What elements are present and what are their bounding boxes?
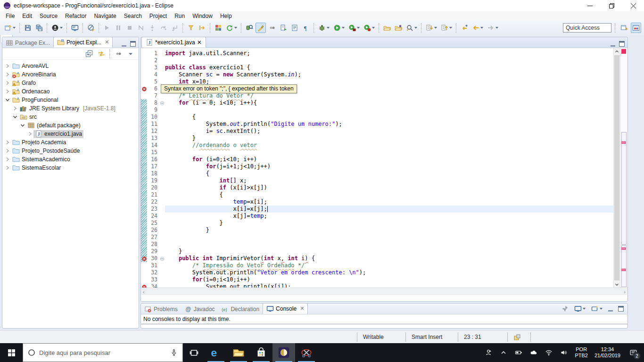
expander-icon[interactable] (19, 123, 26, 128)
save-all-button[interactable] (34, 23, 44, 33)
console-tab-javadoc[interactable]: @Javadoc (181, 304, 218, 314)
line-number[interactable]: 11 (147, 121, 159, 128)
forward-button[interactable] (486, 23, 500, 33)
code-text[interactable]: System.out.println(x[i]); (165, 283, 613, 288)
skip-all-breakpoints-button[interactable] (86, 23, 96, 33)
code-text[interactable]: /* Leitura do Vetor */ (165, 92, 613, 99)
minimize-view-icon[interactable] (120, 40, 128, 48)
error-marker[interactable] (621, 247, 626, 250)
coverage-button[interactable] (347, 23, 361, 33)
tree-item-ordenacao[interactable]: JOrdenacao (2, 87, 139, 96)
code-text[interactable]: x[i]=x[j]; (165, 206, 613, 213)
close-console-icon[interactable]: ✕ (300, 305, 304, 312)
scrollbar-thumb[interactable] (614, 55, 619, 280)
line-number[interactable]: 17 (147, 163, 159, 170)
dropdown-arrow-icon[interactable] (234, 27, 237, 29)
dropdown-arrow-icon[interactable] (60, 27, 63, 29)
tree-item-grafo[interactable]: JGrafo (2, 79, 139, 87)
code-text[interactable]: } (165, 248, 613, 255)
tree-item-src[interactable]: src (2, 113, 139, 121)
link-with-editor-button[interactable] (96, 49, 107, 59)
run-to-line-button[interactable] (197, 23, 207, 33)
code-line-2[interactable]: 2 (141, 57, 613, 64)
line-number[interactable]: 33 (147, 276, 159, 283)
wifi-icon[interactable] (542, 343, 556, 362)
fold-collapse-icon[interactable] (159, 255, 165, 262)
code-line-23[interactable]: 23 x[i]=x[j]; (141, 206, 613, 213)
line-number[interactable]: 4 (147, 71, 159, 78)
code-line-10[interactable]: 10 { (141, 114, 613, 121)
show-source-button[interactable] (289, 23, 300, 33)
line-number[interactable]: 30 (147, 255, 159, 262)
overall-error-indicator[interactable] (621, 49, 626, 54)
maximize-view-icon[interactable] (129, 40, 137, 48)
code-line-32[interactable]: 32 System.out.println("Vetor em ordem cr… (141, 269, 613, 276)
mark-occurrences-button[interactable] (256, 23, 266, 33)
code-line-22[interactable]: 22 temp=x[i]; (141, 198, 613, 206)
javaee-perspective-button[interactable] (631, 23, 641, 33)
code-line-25[interactable]: 25 } (141, 220, 613, 227)
code-line-4[interactable]: 4 Scanner sc = new Scanner(System.in); (141, 71, 613, 78)
dropdown-arrow-icon[interactable] (327, 27, 330, 29)
tree-item-projeto-postodesa-de[interactable]: Projeto_PostodeSaúde (2, 147, 139, 155)
open-perspective-button[interactable] (619, 23, 629, 33)
taskbar-app-microsoft-store[interactable] (250, 343, 272, 362)
taskbar-app-eclipse[interactable] (272, 343, 295, 362)
dropdown-arrow-icon[interactable] (13, 27, 16, 29)
refresh-button[interactable] (224, 23, 239, 33)
code-line-20[interactable]: 20 if (x[i]>x[j]) (141, 184, 613, 191)
line-number[interactable]: 7 (147, 92, 159, 99)
editor-tab[interactable]: J *exercício1.java ✕ (141, 37, 206, 48)
code-text[interactable]: { (165, 170, 613, 177)
expander-icon[interactable] (12, 106, 18, 111)
maximize-console-icon[interactable] (617, 305, 625, 313)
expander-icon[interactable] (4, 81, 11, 85)
suspend-button[interactable] (113, 23, 124, 33)
expander-icon[interactable] (4, 89, 11, 94)
line-number[interactable]: 13 (147, 135, 159, 142)
line-number[interactable]: 6 (147, 85, 159, 92)
minimize-button[interactable] (579, 0, 601, 11)
code-line-8[interactable]: 8 for (i = 0; i<10; i++){ (141, 99, 613, 107)
dropdown-arrow-icon[interactable] (434, 27, 437, 29)
quick-access-box[interactable]: Quick Access (563, 23, 611, 33)
open-resource-button[interactable] (393, 23, 404, 33)
code-text[interactable]: { (165, 114, 613, 121)
code-line-1[interactable]: 1import java.util.Scanner; (141, 50, 613, 57)
pin-console-button[interactable] (560, 304, 570, 314)
line-number[interactable]: 12 (147, 128, 159, 135)
microphone-icon[interactable] (170, 349, 178, 356)
code-text[interactable]: Scanner sc = new Scanner(System.in); (165, 71, 613, 78)
code-line-9[interactable]: 9 (141, 107, 613, 114)
new-button[interactable] (3, 23, 17, 33)
expander-icon[interactable] (27, 132, 33, 136)
code-area[interactable]: Syntax error on token ";", { expected af… (141, 48, 613, 288)
code-text[interactable]: { (165, 191, 613, 198)
code-line-15[interactable]: 15 (141, 149, 613, 156)
run-button[interactable] (332, 23, 346, 33)
code-text[interactable]: } (165, 227, 613, 234)
use-step-filters-button[interactable] (186, 23, 196, 33)
code-text[interactable]: /* Impressão do Vetor Ordenado */ (165, 262, 613, 269)
line-number[interactable]: 5 (147, 78, 159, 85)
code-text[interactable]: //ordenando o vetor (165, 142, 613, 149)
line-number[interactable]: 31 (147, 262, 159, 269)
line-number[interactable]: 19 (147, 177, 159, 184)
step-over-button[interactable] (158, 23, 169, 33)
line-number[interactable]: 15 (147, 149, 159, 156)
error-marker[interactable] (621, 141, 626, 144)
code-text[interactable] (165, 57, 613, 64)
user-account-button[interactable] (50, 23, 64, 33)
vertical-scrollbar[interactable] (613, 48, 620, 288)
dropdown-arrow-icon[interactable] (495, 27, 498, 29)
status-tool-icon[interactable] (513, 333, 521, 341)
tree-item-projeto-academia[interactable]: Projeto Academia (2, 138, 139, 147)
code-line-17[interactable]: 17 for(j=i+1;j<10;j++) (141, 163, 613, 170)
console-tab-declaration[interactable]: (e)Declaration (218, 304, 263, 314)
code-text[interactable]: } (165, 220, 613, 227)
resume-button[interactable] (102, 23, 112, 33)
tree-item--default-package-[interactable]: (default package) (2, 121, 139, 130)
collapse-all-button[interactable] (84, 49, 94, 59)
people-icon[interactable] (481, 343, 495, 362)
scroll-left-icon[interactable]: ‹ (143, 289, 145, 295)
